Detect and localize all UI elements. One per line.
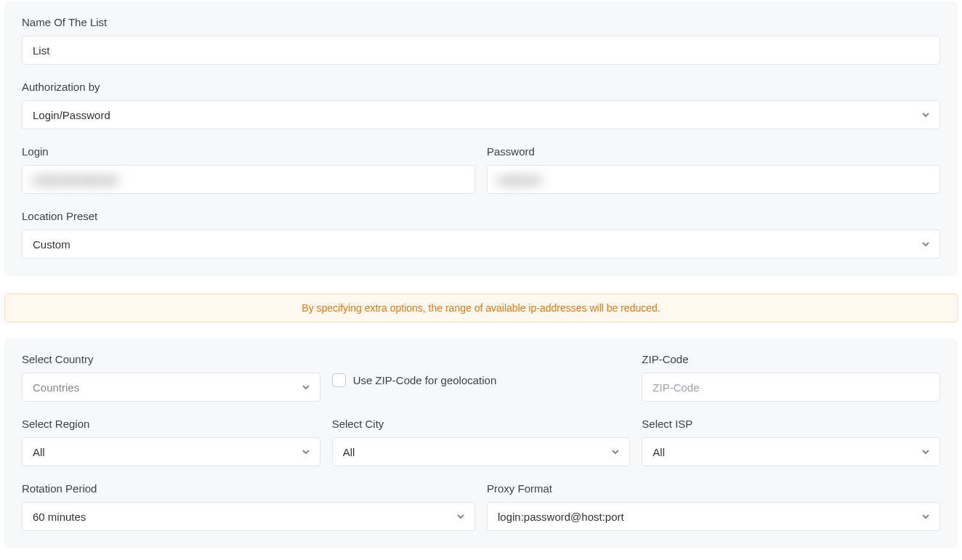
auth-select-value: Login/Password <box>33 109 110 121</box>
chevron-down-icon <box>456 511 466 522</box>
preset-label: Location Preset <box>22 210 940 222</box>
format-select[interactable]: login:password@host:port <box>487 502 940 531</box>
zip-checkbox[interactable] <box>332 373 346 387</box>
rotation-select-value: 60 minutes <box>33 511 86 523</box>
rotation-select[interactable]: 60 minutes <box>22 502 475 531</box>
country-select[interactable]: Countries <box>22 373 320 402</box>
rotation-field-group: Rotation Period 60 minutes <box>22 482 475 531</box>
rotation-format-row: Rotation Period 60 minutes Proxy Format … <box>22 482 940 531</box>
region-field-group: Select Region All <box>22 418 320 466</box>
auth-label: Authorization by <box>22 81 940 93</box>
zip-input[interactable] <box>652 373 929 401</box>
rotation-label: Rotation Period <box>22 482 475 495</box>
settings-panel-bottom: Select Country Countries Use ZIP-Code fo… <box>4 338 958 548</box>
isp-select-value: All <box>652 446 665 458</box>
region-city-isp-row: Select Region All Select City All Select… <box>22 418 940 466</box>
city-select[interactable]: All <box>332 437 631 466</box>
credentials-row: Login Password <box>22 145 940 194</box>
password-input-wrapper[interactable] <box>487 165 940 194</box>
chevron-down-icon <box>921 511 931 522</box>
zip-field-group: ZIP-Code <box>642 353 940 402</box>
password-field-group: Password <box>487 145 940 194</box>
isp-select[interactable]: All <box>642 437 940 466</box>
format-select-value: login:password@host:port <box>498 511 624 523</box>
login-field-group: Login <box>22 145 475 194</box>
auth-field-group: Authorization by Login/Password <box>22 81 940 129</box>
isp-field-group: Select ISP All <box>642 418 940 466</box>
password-input[interactable] <box>498 166 929 193</box>
login-input-wrapper[interactable] <box>22 165 475 194</box>
format-field-group: Proxy Format login:password@host:port <box>487 482 940 531</box>
chevron-down-icon <box>610 447 621 457</box>
zip-label: ZIP-Code <box>642 353 940 365</box>
zip-checkbox-group: Use ZIP-Code for geolocation <box>332 353 631 402</box>
region-select[interactable]: All <box>22 437 320 466</box>
password-label: Password <box>487 145 940 158</box>
chevron-down-icon <box>301 382 311 392</box>
preset-select-value: Custom <box>33 238 70 251</box>
region-select-value: All <box>33 446 45 458</box>
chevron-down-icon <box>301 447 311 457</box>
name-input-wrapper[interactable] <box>22 36 940 65</box>
login-label: Login <box>22 145 475 158</box>
auth-select[interactable]: Login/Password <box>22 100 940 129</box>
format-label: Proxy Format <box>487 482 940 495</box>
preset-field-group: Location Preset Custom <box>22 210 940 259</box>
name-label: Name Of The List <box>22 16 940 28</box>
settings-panel-top: Name Of The List Authorization by Login/… <box>4 1 958 276</box>
country-select-value: Countries <box>33 381 79 394</box>
country-label: Select Country <box>22 353 320 365</box>
country-zip-row: Select Country Countries Use ZIP-Code fo… <box>22 353 940 402</box>
zip-input-wrapper[interactable] <box>642 373 940 402</box>
name-field-group: Name Of The List <box>22 16 940 65</box>
city-field-group: Select City All <box>332 418 631 466</box>
alert-banner: By specifying extra options, the range o… <box>4 293 958 322</box>
name-input[interactable] <box>33 36 929 64</box>
country-field-group: Select Country Countries <box>22 353 320 402</box>
alert-text: By specifying extra options, the range o… <box>302 302 660 314</box>
preset-select[interactable]: Custom <box>22 230 940 259</box>
chevron-down-icon <box>921 239 931 249</box>
chevron-down-icon <box>921 447 931 457</box>
isp-label: Select ISP <box>642 418 940 430</box>
city-label: Select City <box>332 418 631 430</box>
region-label: Select Region <box>22 418 320 430</box>
chevron-down-icon <box>921 110 931 120</box>
login-input[interactable] <box>33 166 464 193</box>
zip-checkbox-label[interactable]: Use ZIP-Code for geolocation <box>353 374 497 386</box>
city-select-value: All <box>343 446 355 458</box>
